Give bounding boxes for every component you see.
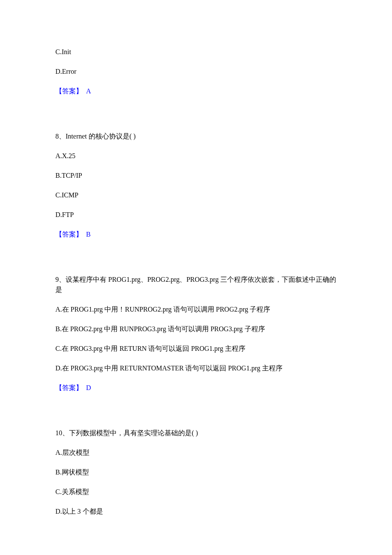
q9-option-a: A.在 PROG1.prg 中用！RUNPROG2.prg 语句可以调用 PRO… <box>55 304 337 315</box>
answer-letter: B <box>86 231 91 238</box>
q8-option-d: D.FTP <box>55 210 337 220</box>
q10-option-d: D.以上 3 个都是 <box>55 506 337 517</box>
answer-label: 【答案】 <box>55 384 83 391</box>
answer-label: 【答案】 <box>55 87 83 95</box>
answer-letter: D <box>86 384 91 391</box>
answer-letter: A <box>86 87 91 95</box>
exam-page: C.Init D.Error 【答案】 A 8、Internet 的核心协议是(… <box>0 0 392 555</box>
q7-option-c: C.Init <box>55 47 337 57</box>
q10-option-a: A.层次模型 <box>55 448 337 458</box>
spacer <box>55 249 337 275</box>
q9-option-b: B.在 PROG2.prg 中用 RUNPROG3.prg 语句可以调用 PRO… <box>55 324 337 334</box>
q8-option-a: A.X.25 <box>55 151 337 161</box>
q10-text: 10、下列数据模型中，具有坚实理论基础的是( ) <box>55 428 337 438</box>
q10-option-b: B.网状模型 <box>55 467 337 477</box>
q8-text: 8、Internet 的核心协议是( ) <box>55 131 337 142</box>
q9-option-c: C.在 PROG3.prg 中用 RETURN 语句可以返回 PROG1.prg… <box>55 344 337 354</box>
q10-option-c: C.关系模型 <box>55 487 337 497</box>
q8-option-b: B.TCP/IP <box>55 171 337 181</box>
answer-label: 【答案】 <box>55 231 83 238</box>
q7-answer: 【答案】 A <box>55 86 337 96</box>
q8-answer: 【答案】 B <box>55 229 337 240</box>
q7-option-d: D.Error <box>55 66 337 77</box>
spacer <box>55 106 337 131</box>
q9-answer: 【答案】 D <box>55 383 337 393</box>
q9-option-d: D.在 PROG3.prg 中用 RETURNTOMASTER 语句可以返回 P… <box>55 363 337 373</box>
q9-text: 9、设某程序中有 PROG1.prg、PROG2.prg、PROG3.prg 三… <box>55 275 337 295</box>
q8-option-c: C.ICMP <box>55 190 337 200</box>
spacer <box>55 402 337 428</box>
